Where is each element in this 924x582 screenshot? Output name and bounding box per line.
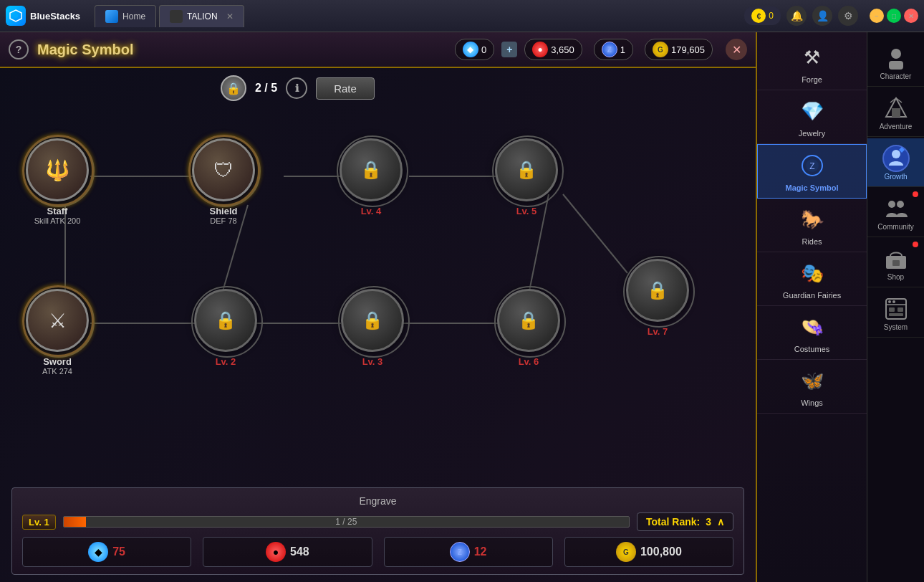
game-tab-close[interactable]: ✕ bbox=[226, 11, 234, 22]
forge-label: Forge bbox=[802, 75, 822, 84]
shop-icon bbox=[882, 244, 910, 273]
sidebar-item-guardian-fairies[interactable]: 🎭 Guardian Fairies bbox=[757, 252, 867, 306]
bluestacks-name: BlueStacks bbox=[30, 11, 80, 22]
maximize-btn[interactable]: □ bbox=[887, 9, 901, 23]
rate-btn[interactable]: Rate bbox=[316, 77, 375, 100]
lv5-label: Lv. 5 bbox=[516, 206, 537, 216]
progress-container: 1 / 25 bbox=[63, 516, 630, 528]
gold-icon: G bbox=[653, 42, 668, 57]
nav-adventure[interactable]: Adventure bbox=[867, 88, 924, 137]
ruby-resource: ● 3,650 bbox=[524, 39, 582, 60]
magic-symbol-icon: Z bbox=[797, 151, 827, 181]
game-tab-icon bbox=[170, 10, 183, 23]
diamond-cost-icon: ◆ bbox=[88, 542, 108, 562]
notification-btn[interactable]: 🔔 bbox=[786, 6, 807, 26]
panel-close-btn[interactable]: ✕ bbox=[726, 39, 747, 60]
sidebar-item-rides[interactable]: 🐎 Rides bbox=[757, 199, 867, 252]
progress-text: 1 / 25 bbox=[63, 517, 630, 527]
character-icon bbox=[882, 44, 910, 72]
nav-system[interactable]: System bbox=[867, 289, 924, 338]
add-diamond-btn[interactable]: + bbox=[501, 42, 517, 57]
system-icon bbox=[882, 295, 910, 323]
sidebar-item-magic-symbol[interactable]: Z Magic Symbol bbox=[757, 144, 867, 199]
lv6-circle: 🔒 bbox=[497, 289, 560, 352]
total-rank: Total Rank: 3 ∧ bbox=[637, 512, 733, 531]
magic-symbol-label: Magic Symbol bbox=[786, 183, 839, 192]
sword-node[interactable]: ⚔ Sword ATK 274 bbox=[26, 289, 89, 376]
minimize-btn[interactable]: − bbox=[870, 9, 884, 23]
nav-shop[interactable]: Shop bbox=[867, 239, 924, 287]
gold-cost-val: 100,800 bbox=[640, 545, 682, 558]
home-tab-label: Home bbox=[122, 11, 145, 22]
rides-label: Rides bbox=[802, 237, 822, 246]
system-label: System bbox=[884, 323, 908, 331]
diamond-icon: ◆ bbox=[463, 42, 478, 57]
svg-rect-23 bbox=[892, 260, 900, 266]
lv5-lock: 🔒 bbox=[516, 160, 537, 180]
staff-node[interactable]: 🔱 Staff Skill ATK 200 bbox=[26, 138, 89, 225]
jewelry-label: Jewelry bbox=[799, 129, 825, 138]
nav-community[interactable]: Community bbox=[867, 189, 924, 237]
lv7-node[interactable]: 🔒 Lv. 7 bbox=[626, 259, 689, 337]
nav-character[interactable]: Character bbox=[867, 38, 924, 87]
zz-count: 1 bbox=[620, 44, 625, 55]
diamond-cost: ◆ 75 bbox=[22, 537, 191, 567]
diamond-count: 0 bbox=[481, 44, 486, 55]
lock-count: 2 / 5 bbox=[255, 82, 277, 95]
svg-point-19 bbox=[892, 150, 900, 158]
character-label: Character bbox=[880, 72, 912, 80]
game-tab[interactable]: TALION ✕ bbox=[159, 5, 244, 27]
zz-cost: Z 12 bbox=[384, 537, 553, 567]
adventure-icon bbox=[882, 94, 910, 123]
growth-icon bbox=[882, 144, 910, 173]
lv6-node[interactable]: 🔒 Lv. 6 bbox=[497, 289, 560, 367]
user-btn[interactable]: 👤 bbox=[812, 6, 832, 26]
zz-cost-icon: Z bbox=[450, 542, 470, 562]
community-notification bbox=[913, 191, 918, 197]
community-label: Community bbox=[877, 223, 914, 231]
wings-label: Wings bbox=[801, 399, 823, 407]
lv4-node[interactable]: 🔒 Lv. 4 bbox=[340, 138, 403, 216]
titlebar-controls: ₵ 0 🔔 👤 ⚙ − □ ✕ bbox=[744, 6, 918, 26]
bottom-panel: Engrave Lv. 1 1 / 25 Total Rank: 3 ∧ bbox=[11, 487, 744, 575]
home-tab-icon bbox=[105, 10, 118, 23]
staff-label: Staff bbox=[47, 206, 68, 216]
bluestacks-logo: BlueStacks bbox=[6, 6, 80, 26]
help-icon[interactable]: ? bbox=[9, 39, 29, 59]
svg-rect-28 bbox=[889, 307, 895, 312]
coin-icon: ₵ bbox=[751, 9, 766, 23]
info-btn[interactable]: ℹ bbox=[286, 77, 307, 99]
shop-label: Shop bbox=[887, 273, 904, 281]
shield-sublabel: DEF 78 bbox=[210, 216, 236, 225]
lv3-node[interactable]: 🔒 Lv. 3 bbox=[341, 289, 404, 367]
svg-rect-30 bbox=[889, 313, 903, 316]
staff-ornate bbox=[22, 135, 94, 206]
lv3-circle: 🔒 bbox=[341, 289, 404, 352]
guardian-fairies-icon: 🎭 bbox=[797, 258, 827, 288]
rank-chevron[interactable]: ∧ bbox=[717, 516, 724, 528]
svg-text:Z: Z bbox=[809, 161, 814, 171]
svg-point-26 bbox=[888, 300, 891, 303]
home-tab[interactable]: Home bbox=[95, 5, 156, 27]
lv3-label: Lv. 3 bbox=[362, 356, 383, 367]
sidebar-item-costumes[interactable]: 👒 Costumes bbox=[757, 306, 867, 360]
right-sidebar: ⚒ Forge 💎 Jewelry Z Magic Symbol 🐎 Rides… bbox=[756, 32, 867, 582]
sidebar-item-forge[interactable]: ⚒ Forge bbox=[757, 37, 867, 90]
svg-point-27 bbox=[892, 300, 895, 303]
shield-node[interactable]: 🛡 Shield DEF 78 bbox=[192, 138, 255, 225]
nav-growth[interactable]: Growth bbox=[867, 138, 924, 187]
ruby-cost-val: 548 bbox=[290, 545, 309, 558]
close-win-btn[interactable]: ✕ bbox=[904, 9, 918, 23]
settings-btn[interactable]: ⚙ bbox=[838, 6, 858, 26]
lv2-node[interactable]: 🔒 Lv. 2 bbox=[194, 289, 257, 367]
svg-line-5 bbox=[563, 194, 627, 273]
lv5-node[interactable]: 🔒 Lv. 5 bbox=[495, 138, 558, 216]
ruby-icon: ● bbox=[532, 42, 548, 57]
svg-rect-16 bbox=[889, 61, 903, 70]
total-rank-value: 3 bbox=[706, 516, 711, 528]
game-tab-label: TALION bbox=[187, 11, 217, 22]
shield-label: Shield bbox=[209, 206, 237, 216]
sidebar-item-jewelry[interactable]: 💎 Jewelry bbox=[757, 90, 867, 144]
lv2-circle: 🔒 bbox=[194, 289, 257, 352]
sidebar-item-wings[interactable]: 🦋 Wings bbox=[757, 360, 867, 414]
